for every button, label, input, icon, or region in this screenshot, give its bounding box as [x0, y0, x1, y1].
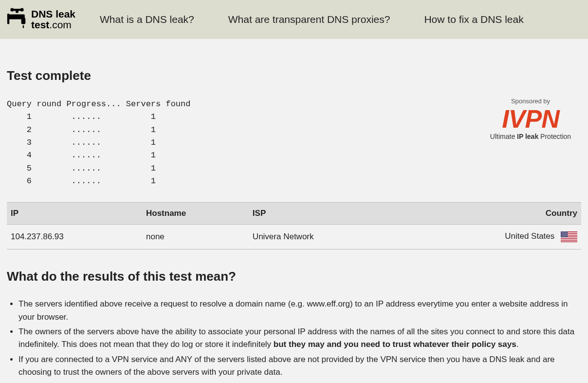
- cell-ip: 104.237.86.93: [7, 225, 142, 249]
- cell-isp: Univera Network: [249, 225, 403, 249]
- svg-point-29: [565, 235, 566, 236]
- list-item: The servers identified above receive a r…: [18, 298, 581, 324]
- svg-point-24: [563, 234, 563, 235]
- us-flag-icon: [561, 231, 577, 242]
- svg-rect-6: [7, 14, 9, 24]
- nav-how-to-fix[interactable]: How to fix a DNS leak: [424, 14, 523, 25]
- svg-rect-11: [561, 237, 577, 238]
- col-country: Country: [403, 203, 581, 225]
- page-title: Test complete: [7, 68, 581, 83]
- sponsor-box[interactable]: Sponsored by IVPN Ultimate IP leak Prote…: [482, 97, 579, 140]
- col-isp: ISP: [249, 203, 403, 225]
- svg-point-21: [565, 233, 566, 234]
- logo-text: DNS leak test.com: [31, 9, 75, 30]
- svg-point-30: [567, 235, 567, 236]
- svg-point-26: [566, 234, 566, 235]
- logo-link[interactable]: DNS leak test.com: [6, 7, 75, 32]
- svg-point-23: [561, 234, 562, 235]
- cell-country: United States: [403, 225, 581, 249]
- svg-point-18: [566, 232, 566, 233]
- svg-point-20: [564, 233, 564, 234]
- main-nav: What is a DNS leak? What are transparent…: [100, 14, 524, 25]
- list-item: The owners of the servers above have the…: [18, 326, 581, 351]
- main-content: Test complete Query round Progress... Se…: [0, 39, 588, 383]
- col-ip: IP: [7, 203, 142, 225]
- nav-transparent-proxies[interactable]: What are transparent DNS proxies?: [228, 14, 390, 25]
- header-bar: DNS leak test.com What is a DNS leak? Wh…: [0, 0, 588, 39]
- svg-point-16: [563, 232, 563, 233]
- meaning-title: What do the results of this test mean?: [7, 269, 581, 284]
- nav-what-is-dns-leak[interactable]: What is a DNS leak?: [100, 14, 194, 25]
- sponsor-label: Sponsored by: [482, 97, 579, 105]
- svg-point-3: [20, 8, 23, 11]
- sponsor-brand: IVPN: [482, 108, 579, 131]
- svg-point-25: [564, 234, 565, 235]
- faucet-icon: [6, 7, 28, 32]
- table-row: 104.237.86.93 none Univera Network Unite…: [7, 225, 581, 249]
- svg-point-28: [564, 235, 564, 236]
- table-header-row: IP Hostname ISP Country: [7, 203, 581, 225]
- svg-point-34: [566, 236, 566, 237]
- svg-point-33: [564, 236, 565, 237]
- svg-point-22: [567, 233, 567, 234]
- results-table: IP Hostname ISP Country 104.237.86.93 no…: [7, 202, 581, 249]
- svg-point-31: [561, 236, 562, 237]
- sponsor-tagline: Ultimate IP leak Protection: [482, 133, 579, 140]
- svg-point-15: [561, 232, 562, 233]
- list-item: If you are connected to a VPN service an…: [18, 353, 581, 379]
- svg-rect-12: [561, 239, 577, 240]
- svg-point-27: [562, 235, 563, 236]
- svg-point-32: [563, 236, 563, 237]
- svg-point-2: [10, 8, 14, 11]
- explanation-list: The servers identified above receive a r…: [7, 298, 581, 379]
- col-hostname: Hostname: [142, 203, 249, 225]
- svg-rect-13: [561, 241, 577, 242]
- svg-rect-5: [21, 18, 26, 24]
- svg-point-19: [562, 233, 563, 234]
- svg-point-17: [564, 232, 565, 233]
- cell-hostname: none: [142, 225, 249, 249]
